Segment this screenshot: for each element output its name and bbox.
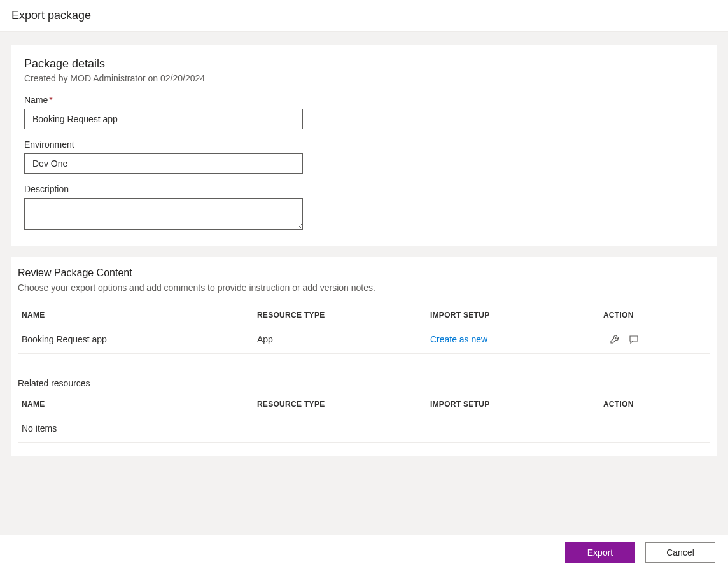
col-header-import-setup: IMPORT SETUP: [426, 393, 599, 414]
footer-bar: Export Cancel: [0, 535, 728, 569]
review-subtitle: Choose your export options and add comme…: [18, 283, 710, 293]
required-indicator: *: [49, 95, 52, 105]
cell-name: Booking Request app: [18, 325, 253, 354]
package-content-table: NAME RESOURCE TYPE IMPORT SETUP ACTION B…: [18, 304, 710, 354]
environment-field-group: Environment: [24, 139, 704, 174]
cell-action: [599, 325, 710, 354]
review-header: Review Package Content Choose your expor…: [11, 267, 717, 293]
review-package-section: Review Package Content Choose your expor…: [11, 257, 717, 456]
environment-label: Environment: [24, 139, 704, 150]
col-header-name: NAME: [18, 304, 253, 325]
cancel-button[interactable]: Cancel: [645, 542, 715, 563]
name-label: Name*: [24, 95, 704, 105]
table-header-row: NAME RESOURCE TYPE IMPORT SETUP ACTION: [18, 393, 710, 414]
package-details-title: Package details: [24, 57, 704, 71]
col-header-resource-type: RESOURCE TYPE: [253, 304, 426, 325]
environment-input[interactable]: [24, 153, 303, 174]
package-details-created-by: Created by MOD Administrator on 02/20/20…: [24, 73, 704, 83]
export-button[interactable]: Export: [565, 542, 635, 563]
col-header-action: ACTION: [599, 393, 710, 414]
table-row-empty: No items: [18, 414, 710, 443]
col-header-import-setup: IMPORT SETUP: [426, 304, 599, 325]
wrench-icon[interactable]: [610, 334, 620, 344]
no-items-text: No items: [18, 414, 710, 443]
related-resources-title: Related resources: [18, 378, 710, 388]
cell-resource-type: App: [253, 325, 426, 354]
description-input[interactable]: [24, 198, 303, 230]
import-setup-link[interactable]: Create as new: [430, 334, 487, 344]
name-input[interactable]: [24, 109, 303, 129]
package-details-card: Package details Created by MOD Administr…: [11, 45, 717, 246]
content-area: Package details Created by MOD Administr…: [0, 32, 728, 536]
action-icons: [603, 334, 706, 344]
review-title: Review Package Content: [18, 267, 710, 279]
table-header-row: NAME RESOURCE TYPE IMPORT SETUP ACTION: [18, 304, 710, 325]
name-field-group: Name*: [24, 95, 704, 129]
col-header-action: ACTION: [599, 304, 710, 325]
table-row: Booking Request app App Create as new: [18, 325, 710, 354]
related-resources-table: NAME RESOURCE TYPE IMPORT SETUP ACTION N…: [18, 393, 710, 443]
comment-icon[interactable]: [629, 334, 639, 344]
page-title: Export package: [11, 9, 717, 22]
col-header-resource-type: RESOURCE TYPE: [253, 393, 426, 414]
description-label: Description: [24, 184, 704, 194]
cell-import-setup: Create as new: [426, 325, 599, 354]
col-header-name: NAME: [18, 393, 253, 414]
name-label-text: Name: [24, 95, 48, 105]
page-header: Export package: [0, 0, 728, 32]
description-field-group: Description: [24, 184, 704, 232]
